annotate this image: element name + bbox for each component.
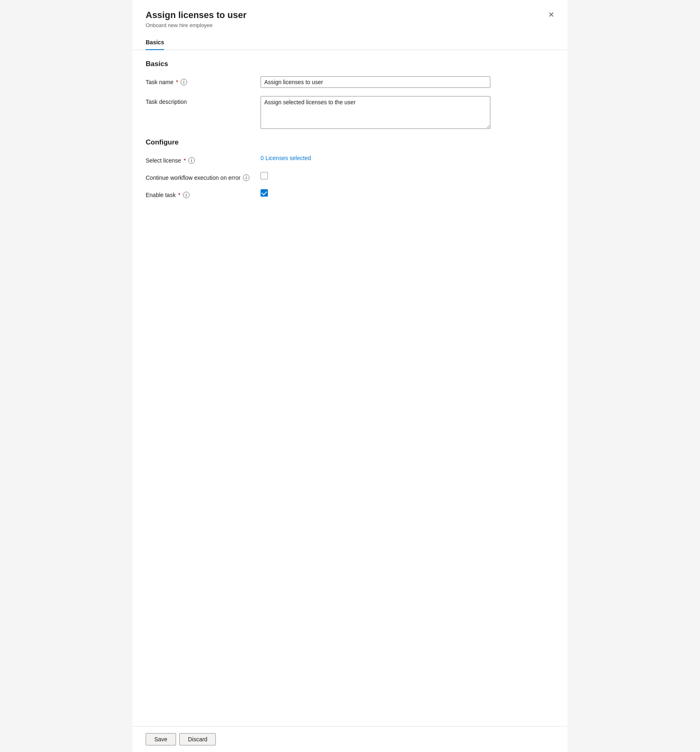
enable-task-required: * <box>178 192 180 198</box>
configure-section: Configure Select license * i 0 Licenses … <box>146 138 554 198</box>
select-license-required: * <box>183 157 185 164</box>
tabs-container: Basics <box>133 35 567 50</box>
tab-basics[interactable]: Basics <box>146 35 164 50</box>
enable-task-checkbox[interactable] <box>261 189 268 197</box>
continue-on-error-label: Continue workflow execution on error i <box>146 172 261 181</box>
basics-section: Basics Task name * i Task description A <box>146 60 554 130</box>
select-license-info-icon[interactable]: i <box>188 157 195 164</box>
basics-section-title: Basics <box>146 60 554 68</box>
licenses-selected-link[interactable]: 0 Licenses selected <box>261 155 311 161</box>
dialog-header: Assign licenses to user Onboard new hire… <box>133 0 567 35</box>
continue-on-error-checkbox[interactable] <box>261 172 268 179</box>
continue-on-error-row: Continue workflow execution on error i <box>146 172 554 181</box>
task-name-label: Task name * i <box>146 76 261 85</box>
select-license-row: Select license * i 0 Licenses selected <box>146 155 554 164</box>
dialog-footer: Save Discard <box>133 726 567 752</box>
select-license-label: Select license * i <box>146 155 261 164</box>
assign-licenses-dialog: Assign licenses to user Onboard new hire… <box>133 0 567 752</box>
continue-on-error-checkbox-wrapper <box>261 172 268 179</box>
task-description-input-wrapper: Assign selected licenses to the user <box>261 96 490 130</box>
task-name-input[interactable] <box>261 76 490 88</box>
enable-task-label: Enable task * i <box>146 189 261 198</box>
dialog-title: Assign licenses to user <box>146 10 554 21</box>
close-button[interactable]: ✕ <box>544 8 558 21</box>
save-button[interactable]: Save <box>146 733 176 745</box>
enable-task-row: Enable task * i <box>146 189 554 198</box>
enable-task-info-icon[interactable]: i <box>183 192 190 198</box>
task-name-info-icon[interactable]: i <box>181 79 187 85</box>
task-description-input[interactable]: Assign selected licenses to the user <box>261 96 490 129</box>
close-icon: ✕ <box>548 10 554 19</box>
select-license-value: 0 Licenses selected <box>261 155 490 161</box>
continue-on-error-info-icon[interactable]: i <box>243 174 249 181</box>
task-name-row: Task name * i <box>146 76 554 88</box>
enable-task-checkbox-wrapper <box>261 189 268 197</box>
task-name-input-wrapper <box>261 76 490 88</box>
configure-section-title: Configure <box>146 138 554 147</box>
discard-button[interactable]: Discard <box>179 733 216 745</box>
task-description-row: Task description Assign selected license… <box>146 96 554 130</box>
task-name-required: * <box>176 79 178 85</box>
dialog-subtitle: Onboard new hire employee <box>146 22 554 28</box>
task-description-label: Task description <box>146 96 261 105</box>
dialog-body: Basics Task name * i Task description A <box>133 50 567 726</box>
